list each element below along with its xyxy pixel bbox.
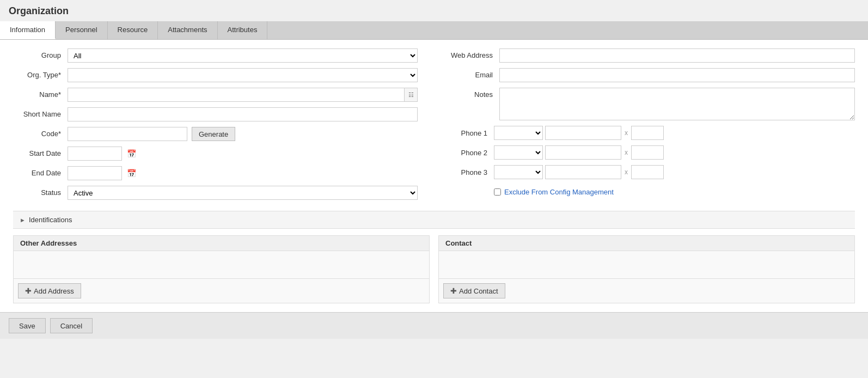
other-addresses-panel-footer: ✚ Add Address: [14, 278, 429, 303]
tab-information[interactable]: Information: [0, 21, 56, 39]
contact-panel-body: [439, 251, 854, 278]
org-type-row: Org. Type*: [13, 68, 418, 82]
start-date-label: Start Date: [13, 147, 68, 157]
phone2-type-select[interactable]: [494, 145, 543, 160]
contact-panel: Contact ✚ Add Contact: [438, 235, 855, 303]
action-bar: Save Cancel: [0, 312, 868, 339]
org-type-label: Org. Type*: [13, 68, 68, 79]
page-title: Organization: [0, 0, 868, 21]
name-wrapper: ☷: [68, 88, 418, 102]
notes-textarea[interactable]: [499, 88, 855, 120]
name-row: Name* ☷: [13, 88, 418, 102]
right-column: Web Address Email Notes Phone 1 x: [450, 48, 855, 205]
main-content: Group All Org. Type* Name* ☷ Short: [0, 40, 868, 312]
phone1-ext-input[interactable]: [631, 126, 664, 140]
phone2-number-input[interactable]: [545, 145, 621, 160]
start-date-wrapper: 📅: [68, 147, 137, 161]
web-address-row: Web Address: [450, 48, 855, 63]
email-input[interactable]: [499, 68, 855, 82]
short-name-label: Short Name: [13, 107, 68, 118]
org-type-select[interactable]: [68, 68, 418, 82]
tab-resource[interactable]: Resource: [108, 21, 158, 39]
add-contact-plus-icon: ✚: [450, 286, 457, 295]
code-row: Code* Generate: [13, 127, 418, 141]
tab-attributes[interactable]: Attributes: [218, 21, 268, 39]
status-select[interactable]: Active: [68, 186, 418, 200]
email-row: Email: [450, 68, 855, 82]
phone3-label: Phone 3: [450, 168, 494, 176]
tab-bar: Information Personnel Resource Attachmen…: [0, 21, 868, 40]
phone3-number-input[interactable]: [545, 165, 621, 179]
phone2-x-label: x: [624, 149, 629, 156]
phone1-number-input[interactable]: [545, 126, 621, 140]
start-date-input[interactable]: [68, 147, 122, 161]
web-address-input[interactable]: [499, 48, 855, 63]
end-date-calendar-icon[interactable]: 📅: [125, 167, 137, 179]
exclude-checkbox[interactable]: [494, 188, 501, 196]
generate-button[interactable]: Generate: [192, 127, 235, 141]
tab-attachments[interactable]: Attachments: [158, 21, 217, 39]
identifications-section: ► Identifications: [13, 211, 855, 229]
tab-personnel[interactable]: Personnel: [56, 21, 108, 39]
start-date-row: Start Date 📅: [13, 147, 418, 161]
add-address-label: Add Address: [34, 287, 74, 295]
identifications-header[interactable]: ► Identifications: [13, 211, 855, 228]
status-row: Status Active: [13, 186, 418, 200]
other-addresses-panel-body: [14, 251, 429, 278]
phone1-controls: x: [494, 126, 664, 140]
phone1-type-select[interactable]: [494, 126, 543, 140]
start-date-calendar-icon[interactable]: 📅: [125, 148, 137, 160]
end-date-wrapper: 📅: [68, 166, 137, 180]
code-label: Code*: [13, 127, 68, 138]
chevron-right-icon: ►: [20, 217, 26, 223]
end-date-input[interactable]: [68, 166, 122, 180]
phone1-label: Phone 1: [450, 129, 494, 137]
phone2-label: Phone 2: [450, 149, 494, 157]
email-label: Email: [450, 68, 499, 79]
notes-row: Notes: [450, 88, 855, 120]
name-input[interactable]: [68, 88, 405, 102]
phone2-ext-input[interactable]: [631, 145, 664, 160]
short-name-row: Short Name: [13, 107, 418, 121]
name-label: Name*: [13, 88, 68, 99]
phone1-row: Phone 1 x: [450, 126, 855, 140]
web-address-label: Web Address: [450, 48, 499, 59]
name-lookup-icon[interactable]: ☷: [405, 88, 418, 102]
code-input[interactable]: [68, 127, 187, 141]
phone1-x-label: x: [624, 129, 629, 137]
contact-panel-title: Contact: [439, 236, 854, 251]
end-date-label: End Date: [13, 166, 68, 177]
other-addresses-panel: Other Addresses ✚ Add Address: [13, 235, 430, 303]
short-name-input[interactable]: [68, 107, 418, 121]
exclude-row: Exclude From Config Management: [494, 188, 855, 196]
other-addresses-panel-title: Other Addresses: [14, 236, 429, 251]
contact-panel-footer: ✚ Add Contact: [439, 278, 854, 303]
form-grid: Group All Org. Type* Name* ☷ Short: [13, 48, 855, 205]
left-column: Group All Org. Type* Name* ☷ Short: [13, 48, 418, 205]
save-button[interactable]: Save: [9, 318, 46, 333]
group-row: Group All: [13, 48, 418, 63]
end-date-row: End Date 📅: [13, 166, 418, 180]
add-contact-button[interactable]: ✚ Add Contact: [443, 283, 505, 298]
add-address-plus-icon: ✚: [25, 286, 32, 295]
phone3-controls: x: [494, 165, 664, 179]
status-label: Status: [13, 186, 68, 197]
bottom-section: Other Addresses ✚ Add Address Contact ✚ …: [13, 235, 855, 303]
identifications-label: Identifications: [29, 216, 72, 224]
cancel-button[interactable]: Cancel: [50, 318, 93, 333]
phone3-ext-input[interactable]: [631, 165, 664, 179]
code-wrapper: Generate: [68, 127, 418, 141]
notes-label: Notes: [450, 88, 499, 99]
phone3-type-select[interactable]: [494, 165, 543, 179]
phone2-controls: x: [494, 145, 664, 160]
group-select[interactable]: All: [68, 48, 418, 63]
phone3-row: Phone 3 x: [450, 165, 855, 179]
phone3-x-label: x: [624, 168, 629, 176]
add-address-button[interactable]: ✚ Add Address: [18, 283, 81, 298]
phone2-row: Phone 2 x: [450, 145, 855, 160]
group-label: Group: [13, 48, 68, 59]
exclude-label: Exclude From Config Management: [504, 188, 614, 196]
add-contact-label: Add Contact: [459, 287, 498, 295]
